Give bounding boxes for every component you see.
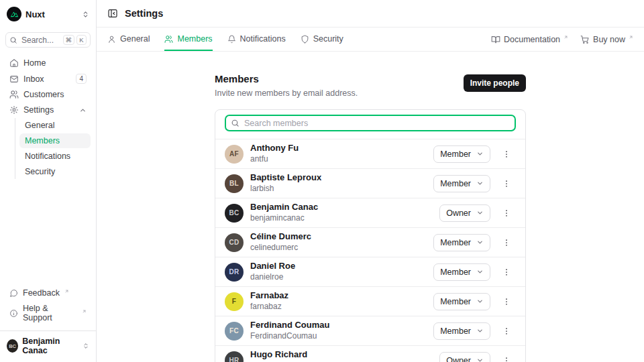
avatar: FC <box>225 322 244 341</box>
sidebar-item-inbox[interactable]: Inbox 4 <box>5 71 91 86</box>
role-select[interactable]: Member <box>433 293 490 310</box>
sidebar-item-label: Home <box>23 58 46 68</box>
member-controls: Member <box>433 145 513 163</box>
role-select[interactable]: Member <box>433 145 490 163</box>
member-username: celinedumerc <box>250 243 311 253</box>
user-name: Benjamin Canac <box>22 337 78 355</box>
member-name: Farnabaz <box>250 291 288 301</box>
row-menu-button[interactable] <box>500 325 513 337</box>
shield-icon <box>301 35 309 44</box>
sidebar-item-feedback[interactable]: Feedback <box>5 286 91 300</box>
settings-subnav: General Members Notifications Security <box>15 118 91 179</box>
avatar: AF <box>225 145 244 164</box>
member-row: BC Benjamin Canac benjamincanac Owner <box>215 198 525 227</box>
role-value: Member <box>440 326 471 336</box>
chevron-down-icon <box>476 209 484 217</box>
sidebar-item-home[interactable]: Home <box>5 56 91 70</box>
section-title: Members <box>215 73 358 84</box>
section-subtitle: Invite new members by email address. <box>215 88 358 98</box>
collapse-sidebar-icon[interactable] <box>107 8 118 19</box>
workspace-switcher[interactable]: Nuxt <box>5 6 91 22</box>
member-identity: Baptiste Leproux larbish <box>250 173 321 194</box>
sidebar-item-label: Inbox <box>23 74 44 84</box>
role-value: Member <box>440 297 471 306</box>
shortcut-keys: ⌘ K <box>63 35 87 45</box>
member-name: Céline Dumerc <box>250 232 311 242</box>
sidebar: Nuxt Search... ⌘ K Home <box>0 0 97 362</box>
tab-general[interactable]: General <box>107 27 150 51</box>
member-name: Ferdinand Coumau <box>250 320 329 330</box>
ellipsis-vertical-icon <box>502 356 511 362</box>
member-row: HR Hugo Richard hugorcd Owner <box>215 345 525 362</box>
member-identity: Céline Dumerc celinedumerc <box>250 232 311 253</box>
page-header: Settings <box>97 0 644 27</box>
chevrons-up-down-icon <box>83 343 89 349</box>
member-controls: Owner <box>439 204 513 222</box>
main-panel: Settings General Members Notifications <box>97 0 644 362</box>
role-select[interactable]: Owner <box>439 204 490 222</box>
documentation-link[interactable]: Documentation <box>491 35 568 44</box>
sidebar-item-members[interactable]: Members <box>19 133 91 148</box>
tab-members[interactable]: Members <box>164 27 212 51</box>
external-link-icon <box>564 35 568 40</box>
members-card: AF Anthony Fu antfu Member BL Baptiste L… <box>215 109 526 362</box>
member-row: DR Daniel Roe danielroe Member <box>215 257 525 286</box>
user-menu[interactable]: BC Benjamin Canac <box>0 330 96 359</box>
member-username: antfu <box>250 155 299 164</box>
info-circle-icon <box>9 309 18 318</box>
role-select[interactable]: Owner <box>439 352 490 362</box>
role-select[interactable]: Member <box>433 322 490 340</box>
sidebar-item-help-support[interactable]: Help & Support <box>5 301 91 325</box>
sidebar-item-general[interactable]: General <box>19 118 91 133</box>
external-link-icon <box>64 289 69 294</box>
member-name: Hugo Richard <box>250 350 307 360</box>
content-area: Members Invite new members by email addr… <box>97 52 644 362</box>
search-icon <box>9 36 17 44</box>
buy-now-link[interactable]: Buy now <box>580 35 633 44</box>
member-controls: Member <box>433 263 513 281</box>
sidebar-search[interactable]: Search... ⌘ K <box>5 32 91 48</box>
row-menu-button[interactable] <box>500 266 513 278</box>
ellipsis-vertical-icon <box>502 238 511 247</box>
invite-people-button[interactable]: Invite people <box>464 74 526 92</box>
avatar: BL <box>225 174 244 193</box>
sidebar-item-notifications[interactable]: Notifications <box>19 149 91 164</box>
row-menu-button[interactable] <box>500 207 513 219</box>
sidebar-search-placeholder: Search... <box>21 36 54 45</box>
chevron-down-icon <box>476 239 484 246</box>
avatar: BC <box>7 339 18 353</box>
chevron-down-icon <box>476 298 484 305</box>
page-title: Settings <box>125 8 163 19</box>
member-username: larbish <box>250 184 321 194</box>
row-menu-button[interactable] <box>500 178 513 190</box>
role-select[interactable]: Member <box>433 263 490 281</box>
row-menu-button[interactable] <box>500 296 513 308</box>
role-value: Member <box>440 267 471 277</box>
ellipsis-vertical-icon <box>502 179 511 188</box>
member-row: CD Céline Dumerc celinedumerc Member <box>215 227 525 257</box>
tab-security[interactable]: Security <box>301 27 343 51</box>
book-open-icon <box>491 35 500 44</box>
section-header: Members Invite new members by email addr… <box>215 73 526 98</box>
tab-label: General <box>120 34 150 44</box>
member-row: AF Anthony Fu antfu Member <box>215 139 525 168</box>
member-controls: Owner <box>439 352 513 362</box>
bell-icon <box>227 35 236 44</box>
member-identity: Daniel Roe danielroe <box>250 261 295 282</box>
sidebar-item-security[interactable]: Security <box>19 164 91 179</box>
row-menu-button[interactable] <box>500 148 513 160</box>
role-select[interactable]: Member <box>433 175 490 192</box>
link-label: Documentation <box>504 35 560 44</box>
tab-notifications[interactable]: Notifications <box>227 27 286 51</box>
sidebar-item-customers[interactable]: Customers <box>5 87 91 102</box>
row-menu-button[interactable] <box>500 237 513 249</box>
sidebar-footer: Feedback Help & Support BC Benjamin Cana… <box>5 286 91 359</box>
user-icon <box>107 35 116 44</box>
ellipsis-vertical-icon <box>502 208 511 218</box>
avatar: F <box>225 292 244 311</box>
members-search-input[interactable] <box>244 119 510 128</box>
sidebar-item-settings[interactable]: Settings <box>5 103 91 117</box>
row-menu-button[interactable] <box>500 355 513 362</box>
role-select[interactable]: Member <box>433 234 490 251</box>
home-icon <box>9 58 19 68</box>
